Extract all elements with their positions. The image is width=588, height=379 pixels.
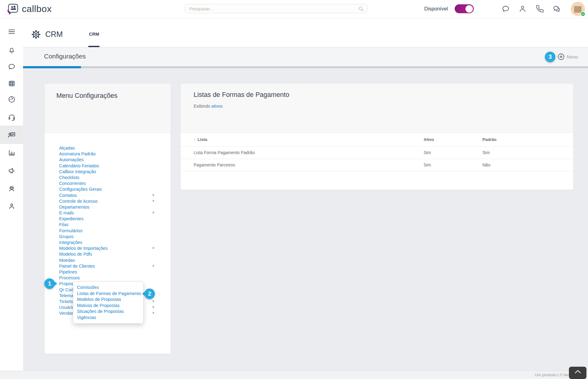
settings-menu-item: Pipelines [59, 269, 171, 275]
column-header-ativo[interactable]: Ativo [424, 133, 482, 146]
submenu-link[interactable]: Comissões [77, 285, 99, 290]
agents-icon[interactable] [0, 181, 23, 197]
settings-menu-link[interactable]: Tickets [59, 299, 73, 304]
step-badge-1: 1 [44, 278, 55, 289]
submenu-item: Comissões [77, 284, 143, 290]
settings-menu-link[interactable]: Painel de Clientes [59, 264, 95, 269]
submenu-link[interactable]: Listas de Formas de Pagamento [77, 291, 141, 296]
submenu-arrow-icon [153, 200, 155, 202]
settings-menu-item: E-mails [59, 210, 171, 216]
contact-icon[interactable] [518, 5, 527, 13]
settings-menu-item: Callbox Integração [59, 169, 171, 174]
settings-menu-link[interactable]: Processos [59, 275, 80, 280]
settings-menu-item: Departamentos [59, 204, 171, 210]
submenu-arrow-icon [153, 300, 155, 302]
availability-label: Disponível [424, 0, 448, 18]
table-header-row: ↑ Lista Ativo Padrão [181, 133, 573, 146]
propostas-submenu-popup: Comissões Listas de Formas de Pagamento … [73, 281, 143, 324]
settings-menu-item: Grupos [59, 233, 171, 239]
settings-menu-link[interactable]: Checklists [59, 175, 79, 180]
phone-icon[interactable] [536, 5, 544, 13]
payment-lists-header: Listas de Formas de Pagamento Exibindo a… [181, 84, 573, 133]
notifications-icon[interactable] [0, 42, 23, 58]
settings-menu-link[interactable]: Alçadas [59, 146, 75, 150]
scroll-to-top-button[interactable] [569, 367, 586, 379]
submenu-link[interactable]: Modelos de Propostas [77, 297, 121, 302]
settings-menu-link[interactable]: Pipelines [59, 269, 77, 274]
crm-icon[interactable] [0, 126, 23, 144]
settings-menu-link[interactable]: Controle de Acesso [59, 199, 98, 204]
settings-menu-link[interactable]: Filas [59, 222, 68, 227]
payment-lists-table: ↑ Lista Ativo Padrão Lista Forma Pagamen… [181, 133, 573, 171]
settings-menu-item: Modelos de Pdfs [59, 251, 171, 257]
settings-menu-link[interactable]: Expedientes [59, 216, 83, 221]
filter-ativos-link[interactable]: ativos [211, 104, 223, 109]
submenu-link[interactable]: Situações de Propostas [77, 309, 124, 314]
settings-menu-link[interactable]: Modelos de Importações [59, 246, 108, 251]
settings-menu-header: Menu Configurações [45, 84, 171, 133]
settings-menu-item: Configurações Gerais [59, 186, 171, 192]
settings-menu-link[interactable]: Vendas [59, 311, 74, 316]
menu-icon[interactable] [0, 24, 23, 40]
submenu-link[interactable]: Motivos de Propostas [77, 303, 119, 308]
table-row[interactable]: Pagamento Parceiros Sim Não [181, 159, 573, 171]
cell-ativo: Sim [424, 159, 482, 171]
settings-menu-link[interactable]: Automações [59, 157, 84, 162]
submenu-arrow-icon [153, 194, 155, 196]
settings-menu-link[interactable]: Formulários [59, 228, 83, 233]
module-title: CRM [45, 30, 63, 39]
progress-line [23, 66, 588, 68]
settings-menu-link[interactable]: Calendário Feriados [59, 163, 99, 168]
submenu-arrow-icon [153, 306, 155, 308]
support-headset-icon[interactable] [0, 110, 23, 126]
search-input[interactable] [185, 4, 367, 13]
settings-menu-item: Processos [59, 275, 171, 281]
submenu-item: Vigências [77, 314, 143, 321]
icon-sidebar [0, 18, 23, 371]
settings-menu-link[interactable]: Contatos [59, 193, 77, 198]
callbox-logo[interactable]: callbox [7, 0, 52, 18]
toggle-knob [465, 5, 473, 13]
settings-menu-link[interactable]: Modelos de Pdfs [59, 252, 92, 257]
reports-icon[interactable] [0, 145, 23, 161]
settings-menu-link[interactable]: Moedas [59, 258, 75, 263]
cell-padrao: Sim [482, 146, 573, 159]
chat-icon[interactable] [501, 5, 510, 13]
global-search [185, 4, 368, 13]
logo-text: callbox [22, 4, 52, 14]
conversations-icon[interactable] [553, 5, 561, 13]
settings-menu-link[interactable]: Configurações Gerais [59, 187, 102, 192]
column-header-lista[interactable]: ↑ Lista [181, 133, 424, 146]
settings-menu-link[interactable]: Integrações [59, 240, 82, 245]
availability-toggle[interactable] [455, 4, 474, 13]
submenu-arrow-icon [153, 247, 155, 249]
new-button-label: Novo [567, 54, 578, 60]
settings-menu-item: Integrações [59, 239, 171, 245]
campaigns-megaphone-icon[interactable] [0, 163, 23, 179]
tab-crm[interactable]: CRM [89, 32, 99, 37]
chevron-up-icon [574, 369, 581, 374]
settings-menu-link[interactable]: Callbox Integração [59, 169, 96, 174]
settings-menu-item: Moedas [59, 257, 171, 263]
payment-lists-title: Listas de Formas de Pagamento [194, 91, 289, 99]
chat-sidebar-icon[interactable] [0, 59, 23, 75]
calendar-icon[interactable] [0, 75, 23, 91]
settings-menu-link[interactable]: Grupos [59, 234, 74, 239]
cell-ativo: Sim [424, 146, 482, 159]
settings-menu-link[interactable]: E-mails [59, 210, 74, 215]
plus-circle-icon [558, 53, 565, 60]
settings-menu-link[interactable]: Assinatura Padrão [59, 151, 95, 156]
profile-icon[interactable] [0, 198, 23, 214]
new-button[interactable]: Novo [558, 53, 578, 60]
online-status-badge [580, 11, 586, 17]
cell-lista: Lista Forma Pagamento Padrão [181, 146, 424, 159]
avatar[interactable] [571, 2, 585, 16]
settings-menu-link[interactable]: Departamentos [59, 205, 89, 209]
submenu-link[interactable]: Vigências [77, 315, 96, 320]
cell-lista: Pagamento Parceiros [181, 159, 424, 171]
footer: Um produto L5 Networks© [0, 371, 588, 379]
dashboard-icon[interactable] [0, 91, 23, 107]
column-header-padrao[interactable]: Padrão [482, 133, 573, 146]
settings-menu-link[interactable]: Concorrentes [59, 181, 86, 186]
table-row[interactable]: Lista Forma Pagamento Padrão Sim Sim [181, 146, 573, 159]
